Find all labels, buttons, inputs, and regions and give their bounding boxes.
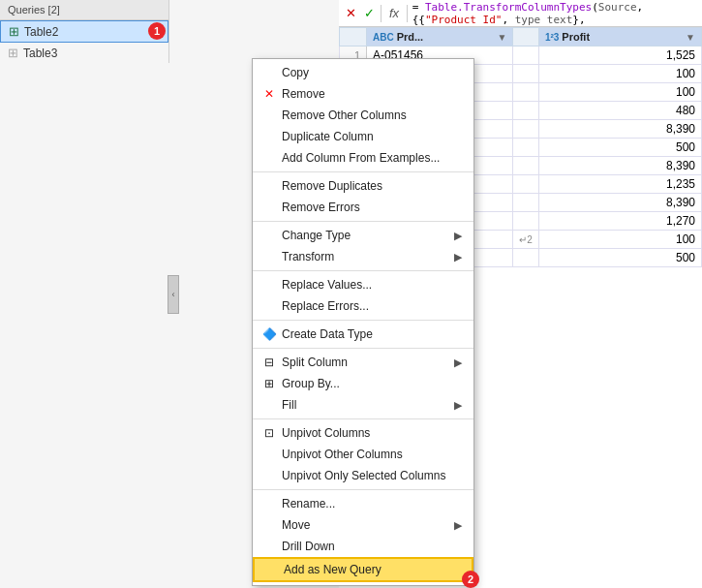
sidebar-item-table2[interactable]: ⊞ Table2 1 bbox=[0, 20, 168, 43]
ctx-item-remove-duplicates[interactable]: Remove Duplicates bbox=[253, 175, 473, 197]
ctx-item-transform[interactable]: Transform▶ bbox=[253, 246, 473, 267]
ctx-label-add-as-new-query: Add as New Query bbox=[284, 563, 382, 576]
cell-expand bbox=[513, 102, 539, 120]
ctx-label-copy: Copy bbox=[282, 66, 309, 79]
ctx-label-duplicate-col: Duplicate Column bbox=[282, 130, 374, 143]
ctx-label-change-type: Change Type bbox=[282, 229, 351, 242]
queries-panel: Queries [2] ⊞ Table2 1 ⊞ Table3 ‹ bbox=[0, 0, 169, 588]
ctx-arrow-change-type: ▶ bbox=[454, 230, 462, 242]
cell-profit: 1,235 bbox=[538, 175, 701, 194]
ctx-label-add-col-examples: Add Column From Examples... bbox=[282, 151, 440, 165]
ctx-item-create-data-type[interactable]: 🔷Create Data Type bbox=[253, 324, 473, 345]
ctx-separator bbox=[253, 270, 473, 271]
formula-cancel-button[interactable]: ✕ bbox=[344, 4, 357, 23]
cell-profit: 1,270 bbox=[538, 212, 701, 231]
ctx-item-replace-values[interactable]: Replace Values... bbox=[253, 274, 473, 295]
col-name-product: Prd... bbox=[397, 31, 424, 43]
queries-header: Queries [2] bbox=[0, 0, 168, 20]
ctx-arrow-move: ▶ bbox=[454, 519, 462, 532]
col-type-abc: ABC bbox=[373, 32, 394, 43]
ctx-item-drill-down[interactable]: Drill Down bbox=[253, 536, 473, 557]
col-header-profit[interactable]: 1²3 Profit ▼ bbox=[538, 28, 701, 46]
ctx-item-move[interactable]: Move▶ bbox=[253, 514, 473, 536]
ctx-separator bbox=[253, 171, 473, 172]
ctx-item-change-type[interactable]: Change Type▶ bbox=[253, 225, 473, 246]
col-header-rownum bbox=[340, 28, 367, 46]
ctx-item-group-by[interactable]: ⊞Group By... bbox=[253, 373, 473, 394]
ctx-separator bbox=[253, 221, 473, 222]
ctx-item-unpivot-selected[interactable]: Unpivot Only Selected Columns bbox=[253, 465, 473, 486]
ctx-label-move: Move bbox=[282, 518, 310, 532]
ctx-separator bbox=[253, 320, 473, 321]
ctx-label-remove-duplicates: Remove Duplicates bbox=[282, 179, 382, 193]
ctx-label-unpivot-other-cols: Unpivot Other Columns bbox=[282, 448, 403, 461]
cell-profit: 8,390 bbox=[538, 194, 701, 212]
ctx-label-drill-down: Drill Down bbox=[282, 540, 335, 553]
ctx-item-add-as-new-query[interactable]: Add as New Query2 bbox=[253, 557, 473, 582]
ctx-item-fill[interactable]: Fill▶ bbox=[253, 394, 473, 416]
sidebar-item-label-3: Table3 bbox=[23, 46, 57, 60]
ctx-item-remove[interactable]: ✕Remove bbox=[253, 83, 473, 105]
cell-profit: 100 bbox=[538, 83, 701, 102]
ctx-item-rename[interactable]: Rename... bbox=[253, 493, 473, 514]
collapse-panel-button[interactable]: ‹ bbox=[168, 275, 179, 314]
ctx-icon-remove: ✕ bbox=[260, 87, 278, 101]
cell-expand: ↵2 bbox=[513, 231, 539, 249]
ctx-separator bbox=[253, 489, 473, 490]
col-profit-dropdown[interactable]: ▼ bbox=[686, 32, 695, 43]
formula-content: = Table.TransformColumnTypes(Source,{{"P… bbox=[412, 1, 697, 26]
sidebar-item-label: Table2 bbox=[24, 25, 58, 39]
ctx-arrow-transform: ▶ bbox=[454, 251, 462, 263]
ctx-separator bbox=[253, 418, 473, 419]
cell-expand bbox=[513, 194, 539, 212]
cell-profit: 500 bbox=[538, 139, 701, 157]
cell-profit: 480 bbox=[538, 102, 701, 120]
col-header-expand bbox=[513, 28, 539, 46]
cell-expand bbox=[513, 120, 539, 139]
badge-1: 1 bbox=[148, 22, 166, 40]
ctx-item-remove-other-cols[interactable]: Remove Other Columns bbox=[253, 105, 473, 126]
cell-profit: 500 bbox=[538, 249, 701, 267]
cell-expand bbox=[513, 175, 539, 194]
cell-expand bbox=[513, 212, 539, 231]
ctx-label-remove-other-cols: Remove Other Columns bbox=[282, 108, 407, 122]
formula-divider bbox=[381, 5, 382, 22]
formula-bar: ✕ ✓ fx = Table.TransformColumnTypes(Sour… bbox=[339, 0, 702, 27]
ctx-label-group-by: Group By... bbox=[282, 377, 340, 390]
ctx-item-copy[interactable]: Copy bbox=[253, 62, 473, 83]
ctx-item-duplicate-col[interactable]: Duplicate Column bbox=[253, 126, 473, 147]
ctx-item-unpivot-other-cols[interactable]: Unpivot Other Columns bbox=[253, 444, 473, 465]
cell-profit: 100 bbox=[538, 231, 701, 249]
ctx-item-add-col-examples[interactable]: Add Column From Examples... bbox=[253, 147, 473, 169]
ctx-item-remove-errors[interactable]: Remove Errors bbox=[253, 197, 473, 218]
ctx-arrow-fill: ▶ bbox=[454, 399, 462, 412]
sidebar-item-table3[interactable]: ⊞ Table3 bbox=[0, 43, 168, 63]
table-icon: ⊞ bbox=[9, 24, 19, 39]
ctx-label-transform: Transform bbox=[282, 250, 334, 263]
col-dropdown-arrow[interactable]: ▼ bbox=[497, 32, 506, 43]
ctx-icon-create-data-type: 🔷 bbox=[260, 327, 278, 341]
ctx-label-replace-errors: Replace Errors... bbox=[282, 299, 369, 313]
cell-profit: 1,525 bbox=[538, 46, 701, 65]
ctx-item-unpivot-cols[interactable]: ⊡Unpivot Columns bbox=[253, 422, 473, 444]
formula-divider-2 bbox=[407, 5, 408, 22]
col-header-product-id[interactable]: ABC Prd... ▼ bbox=[367, 28, 513, 46]
cell-expand bbox=[513, 249, 539, 267]
table-icon-3: ⊞ bbox=[8, 46, 18, 60]
context-menu: Copy✕RemoveRemove Other ColumnsDuplicate… bbox=[252, 58, 474, 586]
ctx-label-unpivot-selected: Unpivot Only Selected Columns bbox=[282, 469, 445, 482]
ctx-label-unpivot-cols: Unpivot Columns bbox=[282, 426, 370, 440]
ctx-arrow-split-column: ▶ bbox=[454, 356, 462, 369]
cell-profit: 8,390 bbox=[538, 120, 701, 139]
cell-profit: 8,390 bbox=[538, 157, 701, 175]
ctx-item-split-column[interactable]: ⊟Split Column▶ bbox=[253, 352, 473, 373]
ctx-label-replace-values: Replace Values... bbox=[282, 278, 372, 292]
col-name-profit: Profit bbox=[562, 31, 590, 43]
ctx-item-replace-errors[interactable]: Replace Errors... bbox=[253, 295, 473, 317]
ctx-label-remove-errors: Remove Errors bbox=[282, 201, 360, 214]
cell-expand bbox=[513, 83, 539, 102]
ctx-separator bbox=[253, 348, 473, 349]
ctx-icon-unpivot-cols: ⊡ bbox=[260, 426, 278, 440]
ctx-label-create-data-type: Create Data Type bbox=[282, 327, 373, 341]
formula-confirm-button[interactable]: ✓ bbox=[362, 4, 376, 23]
